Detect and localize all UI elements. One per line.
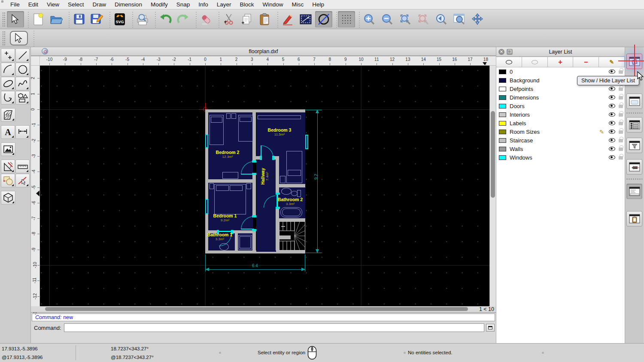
grid-button[interactable]	[338, 11, 355, 27]
layer-row-walls[interactable]: Walls	[496, 145, 625, 153]
menu-item-edit[interactable]: Edit	[24, 1, 43, 8]
toggle-clipboard-button[interactable]	[626, 211, 642, 226]
toolbar-drag-handle[interactable]	[2, 31, 6, 45]
layer-lock-icon[interactable]	[619, 148, 623, 151]
image-tool-button[interactable]	[1, 142, 15, 156]
delete-button[interactable]	[197, 11, 215, 27]
layer-visibility-eye-icon[interactable]	[609, 147, 615, 151]
drawing-canvas[interactable]: Bedroom 212.3m²Bedroom 311.5m²Hallway7.4…	[40, 66, 489, 306]
polyline-tool-button[interactable]	[1, 91, 15, 105]
toggle-block-list-button[interactable]	[626, 117, 642, 133]
menu-item-layer[interactable]: Layer	[213, 1, 236, 8]
text-tool-button[interactable]: A	[1, 125, 15, 139]
save-button[interactable]	[70, 11, 88, 27]
draw-pencil-button[interactable]	[279, 11, 296, 27]
edit-layer-button[interactable]: ✎	[598, 57, 625, 67]
selection-tool-button[interactable]	[10, 31, 28, 45]
command-input[interactable]	[64, 323, 484, 332]
menu-item-file[interactable]: File	[6, 1, 24, 8]
copy-button[interactable]	[238, 11, 255, 27]
layer-visibility-eye-icon[interactable]	[609, 69, 615, 74]
layer-lock-icon[interactable]	[619, 122, 623, 125]
hide-all-layers-button[interactable]	[522, 57, 548, 67]
layer-row-labels[interactable]: Labels	[496, 119, 625, 127]
toolbar-drag-handle[interactable]	[2, 12, 6, 27]
layer-lock-icon[interactable]	[619, 87, 623, 91]
zoom-window-button[interactable]	[451, 11, 468, 27]
layer-lock-icon[interactable]	[619, 156, 623, 160]
document-title-bar[interactable]: floorplan.dxf	[31, 47, 496, 56]
remove-layer-button[interactable]: −	[573, 57, 599, 67]
layer-visibility-eye-icon[interactable]	[609, 112, 615, 117]
close-icon[interactable]: ✕	[498, 49, 504, 55]
layer-lock-icon[interactable]	[619, 113, 623, 117]
layer-visibility-eye-icon[interactable]	[609, 104, 615, 108]
toggle-property-editor-button[interactable]	[626, 94, 642, 109]
horizontal-scrollbar-handle[interactable]	[45, 307, 468, 311]
polyline-dark-button[interactable]	[297, 11, 314, 27]
menu-item-help[interactable]: Help	[308, 1, 328, 8]
zoom-in-button[interactable]	[361, 11, 378, 27]
undock-icon[interactable]: ❐	[507, 49, 513, 55]
layer-row-doors[interactable]: Doors	[496, 102, 625, 110]
open-file-button[interactable]	[48, 11, 65, 27]
box3d-tool-button[interactable]	[1, 191, 15, 205]
menu-item-view[interactable]: View	[43, 1, 64, 8]
layer-visibility-eye-icon[interactable]	[609, 138, 615, 142]
vertical-scrollbar-handle[interactable]	[491, 111, 495, 198]
layer-lock-icon[interactable]	[619, 70, 623, 74]
measure-tool-button[interactable]	[15, 160, 30, 173]
ellipse-tool-button[interactable]	[1, 77, 15, 90]
boolean-tool-button[interactable]	[1, 174, 15, 187]
zoom-pan-button[interactable]	[469, 11, 486, 27]
menu-item-window[interactable]: Window	[258, 1, 288, 8]
layer-visibility-eye-icon[interactable]	[609, 121, 615, 125]
menu-item-block[interactable]: Block	[236, 1, 258, 8]
circle-tool-button[interactable]	[15, 63, 30, 76]
trim-tool-button[interactable]	[15, 174, 30, 187]
layer-list-title-bar[interactable]: ✕ ❐ Layer List	[496, 47, 625, 57]
horizontal-scrollbar[interactable]: 1 < 10	[31, 306, 496, 312]
menu-item-modify[interactable]: Modify	[146, 1, 172, 8]
arc-tool-button[interactable]	[1, 63, 15, 76]
menu-item-misc[interactable]: Misc	[288, 1, 308, 8]
layer-row-defpoints[interactable]: Defpoints	[496, 84, 625, 93]
selection-arrow-button[interactable]	[7, 11, 24, 27]
menu-item-snap[interactable]: Snap	[172, 1, 194, 8]
layer-visibility-eye-icon[interactable]	[609, 95, 615, 100]
add-layer-button[interactable]: +	[547, 57, 574, 67]
line-tool-button[interactable]	[15, 48, 30, 62]
layer-lock-icon[interactable]	[619, 105, 623, 108]
cut-button[interactable]	[220, 11, 237, 27]
toggle-command-line-button[interactable]	[626, 184, 642, 199]
command-window-toggle-button[interactable]	[486, 324, 495, 332]
layer-row-staircase[interactable]: Staircase	[496, 136, 625, 145]
show-all-layers-button[interactable]	[496, 57, 522, 67]
menu-item-draw[interactable]: Draw	[88, 1, 111, 8]
vertical-scrollbar[interactable]	[489, 66, 496, 306]
hatch-tool-button[interactable]	[1, 108, 15, 122]
menu-item-dimension[interactable]: Dimension	[110, 1, 146, 8]
spline-tool-button[interactable]	[15, 77, 30, 90]
save-as-button[interactable]	[88, 11, 106, 27]
modify-tool-button[interactable]	[1, 160, 15, 173]
print-preview-button[interactable]	[134, 11, 151, 27]
points-tool-button[interactable]	[1, 48, 15, 62]
undo-button[interactable]	[157, 11, 174, 27]
zoom-out-button[interactable]	[379, 11, 396, 27]
layer-lock-icon[interactable]	[619, 96, 623, 100]
layer-row-0[interactable]: 0	[496, 67, 625, 76]
shapes-tool-button[interactable]	[15, 91, 30, 105]
layer-row-interiors[interactable]: Interiors	[496, 110, 625, 119]
menu-item-info[interactable]: Info	[194, 1, 213, 8]
layer-visibility-eye-icon[interactable]	[609, 130, 615, 134]
ortho-circle-button[interactable]	[315, 11, 332, 27]
zoom-auto-button[interactable]	[397, 11, 414, 27]
dimension-tool-button[interactable]	[15, 125, 30, 139]
new-file-button[interactable]	[30, 11, 47, 27]
svg-export-button[interactable]: SVG	[111, 11, 128, 27]
redo-button[interactable]	[175, 11, 192, 27]
layer-visibility-eye-icon[interactable]	[609, 87, 615, 91]
layer-row-dimensions[interactable]: Dimensions	[496, 93, 625, 102]
zoom-selection-button[interactable]	[415, 11, 432, 27]
